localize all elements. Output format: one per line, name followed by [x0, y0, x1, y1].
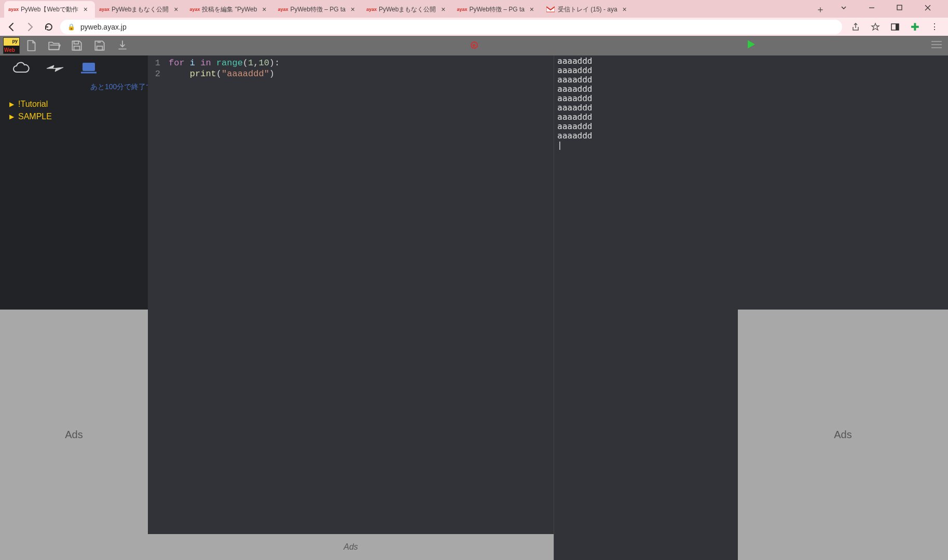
site-icon: ayax — [9, 5, 18, 13]
close-tab-button[interactable]: × — [439, 5, 447, 13]
ads-label: Ads — [834, 429, 851, 441]
close-tab-button[interactable]: × — [528, 5, 536, 13]
close-tab-button[interactable]: × — [621, 5, 629, 13]
tree-item[interactable]: ▶!Tutorial — [2, 98, 146, 110]
browser-tab[interactable]: 受信トレイ (15) - aya× — [541, 1, 634, 18]
new-tab-button[interactable]: ＋ — [813, 2, 828, 17]
url-text: pyweb.ayax.jp — [80, 23, 127, 31]
browser-toolbar: 🔒 pyweb.ayax.jp ✚ ⋮ — [0, 18, 948, 36]
tab-label: PyWebまもなく公開 — [379, 5, 436, 14]
session-timer: あと100分で終了で — [2, 80, 146, 98]
extensions-button[interactable]: ✚ — [908, 20, 922, 34]
left-column: あと100分で終了で ▶!Tutorial▶SAMPLE Ads — [0, 55, 148, 560]
code-area[interactable]: for i in range(1,10): print("aaaaddd") — [163, 55, 285, 534]
chevron-right-icon: ▶ — [9, 113, 14, 120]
browser-tab[interactable]: ayaxPyWeb特徴 – PG ta× — [273, 1, 362, 18]
tab-label: PyWeb特徴 – PG ta — [469, 5, 524, 14]
open-folder-button[interactable] — [43, 37, 65, 54]
file-tree: ▶!Tutorial▶SAMPLE — [2, 98, 146, 123]
browser-tab-strip: ayaxPyWeb【Webで動作×ayaxPyWebまもなく公開×ayax投稿を… — [0, 0, 948, 18]
record-button[interactable] — [471, 41, 478, 49]
ads-bottom: Ads — [148, 534, 554, 560]
browser-tab[interactable]: ayaxPyWebまもなく公開× — [95, 1, 185, 18]
lock-icon: 🔒 — [67, 23, 75, 31]
svg-rect-7 — [74, 46, 80, 50]
file-sidebar: あと100分で終了で ▶!Tutorial▶SAMPLE — [0, 55, 148, 310]
browser-menu-button[interactable]: ⋮ — [927, 20, 942, 34]
address-bar[interactable]: 🔒 pyweb.ayax.jp — [60, 20, 842, 34]
tab-label: PyWeb【Webで動作 — [21, 5, 78, 14]
browser-tab[interactable]: ayax投稿を編集 "PyWeb× — [185, 1, 273, 18]
menu-button[interactable] — [930, 39, 943, 52]
svg-rect-5 — [896, 24, 899, 30]
share-button[interactable] — [848, 20, 863, 34]
svg-rect-6 — [74, 41, 79, 44]
site-icon: ayax — [458, 5, 466, 13]
flash-icon[interactable] — [46, 63, 64, 76]
cloud-icon[interactable] — [11, 62, 30, 77]
run-button[interactable] — [746, 39, 756, 52]
ads-left: Ads — [0, 310, 148, 560]
close-tab-button[interactable]: × — [172, 5, 180, 13]
browser-tab[interactable]: ayaxPyWebまもなく公開× — [362, 1, 452, 18]
tree-item[interactable]: ▶SAMPLE — [2, 110, 146, 123]
close-tab-button[interactable]: × — [81, 5, 90, 13]
sidepanel-button[interactable] — [888, 20, 902, 34]
tree-item-label: !Tutorial — [18, 100, 48, 109]
bookmark-button[interactable] — [868, 20, 883, 34]
minimize-button[interactable] — [860, 0, 884, 16]
browser-tab[interactable]: ayaxPyWeb特徴 – PG ta× — [452, 1, 541, 18]
code-editor[interactable]: 12 for i in range(1,10): print("aaaaddd"… — [148, 55, 554, 534]
tab-label: 投稿を編集 "PyWeb — [202, 5, 257, 14]
ads-right: Ads — [738, 310, 948, 560]
laptop-icon[interactable] — [80, 62, 98, 77]
new-file-button[interactable] — [20, 37, 43, 54]
right-column: Ads — [738, 55, 948, 560]
window-controls — [828, 0, 944, 18]
browser-tab[interactable]: ayaxPyWeb【Webで動作× — [4, 1, 95, 18]
tab-label: PyWebまもなく公開 — [112, 5, 169, 14]
reload-button[interactable] — [42, 20, 56, 34]
app-logo: pyWeb — [3, 37, 20, 54]
app-toolbar: pyWeb — [0, 36, 948, 55]
app-body: あと100分で終了で ▶!Tutorial▶SAMPLE Ads 12 for … — [0, 55, 948, 560]
tab-search-button[interactable] — [832, 0, 856, 16]
svg-rect-8 — [97, 46, 103, 50]
tabs-container: ayaxPyWeb【Webで動作×ayaxPyWebまもなく公開×ayax投稿を… — [4, 0, 810, 18]
svg-rect-1 — [897, 5, 902, 10]
back-button[interactable] — [4, 20, 19, 34]
maximize-button[interactable] — [888, 0, 912, 16]
close-window-button[interactable] — [916, 0, 940, 16]
close-tab-button[interactable]: × — [349, 5, 357, 13]
tab-label: 受信トレイ (15) - aya — [558, 5, 617, 14]
site-icon: ayax — [367, 5, 376, 13]
ads-label: Ads — [65, 429, 83, 441]
tree-item-label: SAMPLE — [18, 112, 52, 121]
pyweb-app: pyWeb — [0, 36, 948, 560]
output-panel: aaaaddd aaaaddd aaaaddd aaaaddd aaaaddd … — [554, 55, 738, 560]
site-icon: ayax — [279, 5, 287, 13]
site-icon: ayax — [100, 5, 108, 13]
gmail-icon — [546, 5, 555, 13]
save-as-button[interactable] — [88, 37, 111, 54]
site-icon: ayax — [190, 5, 199, 13]
close-tab-button[interactable]: × — [260, 5, 268, 13]
canvas-panel — [738, 55, 948, 310]
forward-button[interactable] — [23, 20, 37, 34]
line-gutter: 12 — [148, 55, 163, 534]
editor-column: 12 for i in range(1,10): print("aaaaddd"… — [148, 55, 554, 560]
chevron-right-icon: ▶ — [9, 101, 14, 108]
tab-label: PyWeb特徴 – PG ta — [290, 5, 345, 14]
svg-rect-13 — [83, 63, 94, 71]
save-button[interactable] — [65, 37, 88, 54]
download-button[interactable] — [111, 37, 134, 54]
ads-bottom-label: Ads — [344, 542, 358, 552]
